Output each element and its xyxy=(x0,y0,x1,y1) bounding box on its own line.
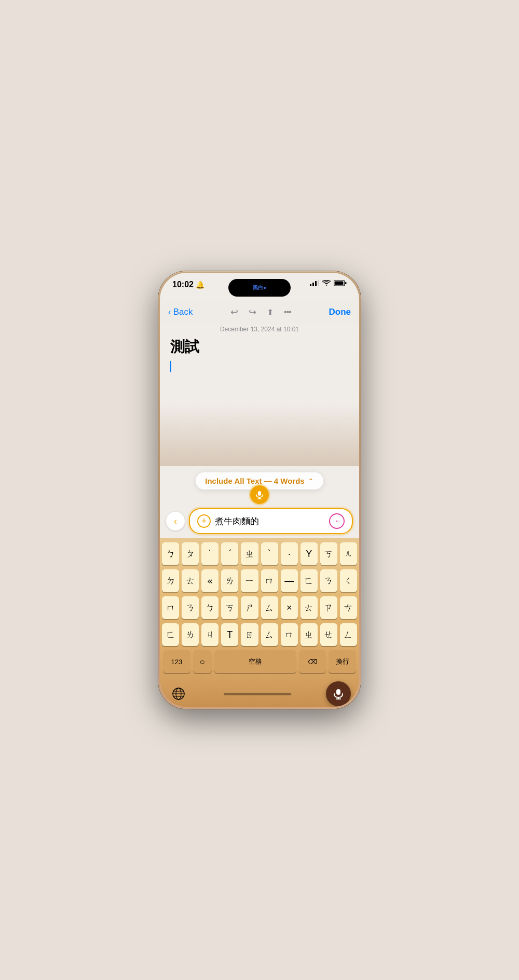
svg-rect-5 xyxy=(345,282,347,284)
status-time: 10:02 🔔 xyxy=(172,280,204,289)
gradient-overlay xyxy=(160,404,359,466)
kb-key-mo2[interactable]: ㄇ xyxy=(162,596,179,619)
keyboard: ㄅ ㄆ ˙ ˊ ㄓ ˋ · Υ ㄎ ㄦ ㄉ ㄊ « ㄌ ㄧ ㄇ — ㄈ xyxy=(160,538,359,678)
kb-key-eng[interactable]: ㄥ xyxy=(340,623,357,646)
globe-icon xyxy=(172,687,185,701)
undo-button[interactable]: ↩ xyxy=(230,306,238,318)
kb-key-bo[interactable]: ㄅ xyxy=(162,542,179,565)
share-button[interactable]: ⬆ xyxy=(267,307,274,317)
kb-key-ri[interactable]: ㄖ xyxy=(241,623,258,646)
kb-123-button[interactable]: 123 xyxy=(163,650,190,673)
kb-key-fo[interactable]: ㄈ xyxy=(301,569,318,592)
kb-space-button[interactable]: 空格 xyxy=(214,650,296,673)
kb-key-po[interactable]: ㄆ xyxy=(182,542,199,565)
kb-key-kou[interactable]: ㄎ xyxy=(221,596,238,619)
input-back-icon: ‹ xyxy=(174,516,177,527)
kb-key-yi[interactable]: ㄧ xyxy=(241,569,258,592)
bottom-bar xyxy=(160,678,359,707)
emoji-icon: ☺ xyxy=(199,658,206,666)
plus-icon: + xyxy=(201,516,207,527)
kb-key-ce[interactable]: ㄘ xyxy=(340,596,357,619)
kb-key-zhe[interactable]: ㄓ xyxy=(301,623,318,646)
done-button[interactable]: Done xyxy=(329,307,351,317)
kb-key-mu[interactable]: ㄇ xyxy=(281,623,298,646)
kb-key-guillemet[interactable]: « xyxy=(201,569,218,592)
svg-rect-6 xyxy=(334,282,343,285)
note-content-area[interactable]: 測試 xyxy=(160,337,359,466)
input-send-button[interactable]: ↑ xyxy=(329,513,345,529)
mic-float-button[interactable] xyxy=(326,681,351,706)
include-pill-text: Include All Text — 4 Words xyxy=(205,477,304,485)
dynamic-island-text: 黑白● xyxy=(253,284,266,291)
battery-icon xyxy=(334,280,347,286)
kb-key-ne[interactable]: ㄋ xyxy=(320,569,337,592)
kb-key-tone5[interactable]: ˙ xyxy=(201,542,218,565)
kb-emoji-button[interactable]: ☺ xyxy=(193,650,212,673)
mic-icon xyxy=(255,490,264,499)
phone-frame: 黑白● 10:02 🔔 xyxy=(158,271,361,709)
input-back-button[interactable]: ‹ xyxy=(166,512,185,530)
input-field-wrap: + 煮牛肉麵的 ↑ xyxy=(189,508,353,534)
kb-key-le[interactable]: ㄌ xyxy=(221,569,238,592)
nav-center-icons: ↩ ↪ ⬆ ••• xyxy=(230,306,291,318)
keyboard-row-2: ㄉ ㄊ « ㄌ ㄧ ㄇ — ㄈ ㄋ ㄑ xyxy=(162,569,357,592)
kb-key-er[interactable]: ㄦ xyxy=(340,542,357,565)
kb-key-dash[interactable]: — xyxy=(281,569,298,592)
kb-key-na[interactable]: ㄋ xyxy=(182,596,199,619)
kb-key-ze[interactable]: ㄗ xyxy=(320,596,337,619)
svg-rect-7 xyxy=(258,491,261,496)
kb-key-ta[interactable]: ㄊ xyxy=(301,596,318,619)
note-title: 測試 xyxy=(170,337,349,357)
kb-key-de[interactable]: ㄉ xyxy=(162,569,179,592)
svg-rect-0 xyxy=(310,284,311,286)
back-chevron-icon: ‹ xyxy=(168,307,171,317)
mic-above-container xyxy=(160,485,359,504)
bell-icon: 🔔 xyxy=(196,281,204,289)
bottom-area xyxy=(160,678,359,707)
note-cursor xyxy=(170,361,171,372)
svg-rect-15 xyxy=(336,689,340,695)
kb-key-la[interactable]: ㄌ xyxy=(182,623,199,646)
kb-key-ke[interactable]: ㄎ xyxy=(320,542,337,565)
kb-key-tone4[interactable]: ˋ xyxy=(261,542,278,565)
kb-key-tone2[interactable]: ˊ xyxy=(221,542,238,565)
kb-return-button[interactable]: 換行 xyxy=(329,650,356,673)
svg-rect-1 xyxy=(312,283,314,286)
kb-key-sh[interactable]: ㄕ xyxy=(241,596,258,619)
input-text: 煮牛肉麵的 xyxy=(215,515,325,527)
kb-key-dot[interactable]: · xyxy=(281,542,298,565)
kb-key-su[interactable]: ㄙ xyxy=(261,623,278,646)
wifi-icon xyxy=(322,280,331,286)
keyboard-row-4: ㄈ ㄌ ㄐ T ㄖ ㄙ ㄇ ㄓ ㄝ ㄥ xyxy=(162,623,357,646)
more-button[interactable]: ••• xyxy=(284,307,291,317)
kb-key-yu[interactable]: Υ xyxy=(301,542,318,565)
kb-key-fe[interactable]: ㄈ xyxy=(162,623,179,646)
status-icons xyxy=(310,280,347,286)
kb-key-te[interactable]: ㄊ xyxy=(182,569,199,592)
keyboard-row-1: ㄅ ㄆ ˙ ˊ ㄓ ˋ · Υ ㄎ ㄦ xyxy=(162,542,357,565)
kb-key-mo[interactable]: ㄇ xyxy=(261,569,278,592)
signal-icon xyxy=(310,280,319,286)
kb-key-e[interactable]: ㄝ xyxy=(320,623,337,646)
mic-float-icon xyxy=(333,688,344,699)
svg-rect-2 xyxy=(315,281,317,286)
mic-above-button[interactable] xyxy=(250,485,269,504)
kb-key-si[interactable]: ㄙ xyxy=(261,596,278,619)
redo-button[interactable]: ↪ xyxy=(249,306,256,318)
include-pill-arrow-icon: ⌃ xyxy=(308,477,314,485)
home-indicator-bar xyxy=(224,693,291,695)
globe-button[interactable] xyxy=(168,683,189,704)
keyboard-row-3: ㄇ ㄋ ㄅ ㄎ ㄕ ㄙ × ㄊ ㄗ ㄘ xyxy=(162,596,357,619)
kb-key-ba[interactable]: ㄅ xyxy=(201,596,218,619)
nav-bar: ‹ Back ↩ ↪ ⬆ ••• Done xyxy=(160,301,359,324)
phone-screen: 黑白● 10:02 🔔 xyxy=(160,273,359,707)
kb-key-x[interactable]: × xyxy=(281,596,298,619)
back-button[interactable]: ‹ Back xyxy=(168,307,193,317)
kb-delete-button[interactable]: ⌫ xyxy=(299,650,326,673)
kb-key-zh[interactable]: ㄓ xyxy=(241,542,258,565)
kb-key-qi[interactable]: ㄑ xyxy=(340,569,357,592)
input-add-button[interactable]: + xyxy=(197,514,211,528)
kb-key-T[interactable]: T xyxy=(221,623,238,646)
kb-key-ji[interactable]: ㄐ xyxy=(201,623,218,646)
back-label: Back xyxy=(173,307,193,317)
